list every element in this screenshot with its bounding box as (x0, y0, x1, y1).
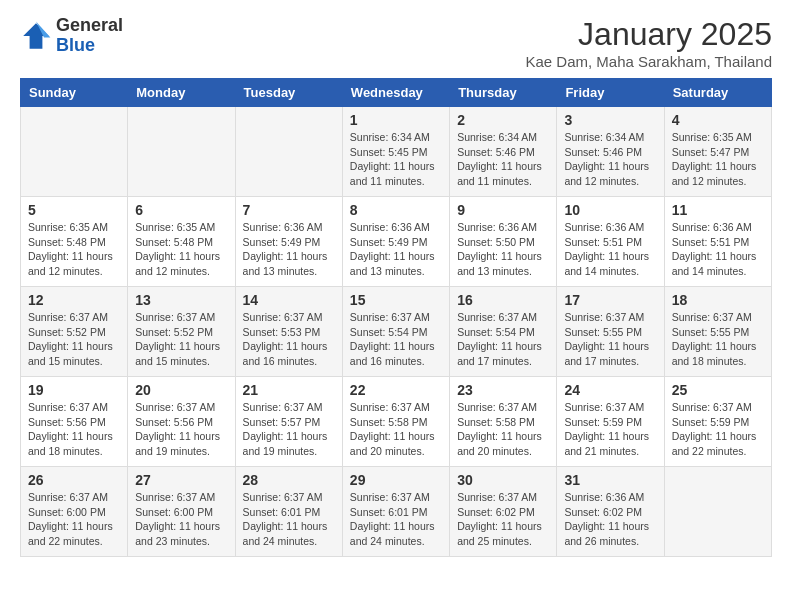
day-number: 21 (243, 382, 335, 398)
day-number: 25 (672, 382, 764, 398)
day-number: 14 (243, 292, 335, 308)
day-info: Sunrise: 6:37 AM Sunset: 5:59 PM Dayligh… (564, 400, 656, 459)
day-info: Sunrise: 6:37 AM Sunset: 6:00 PM Dayligh… (28, 490, 120, 549)
calendar-week-row: 19Sunrise: 6:37 AM Sunset: 5:56 PM Dayli… (21, 377, 772, 467)
calendar-day-cell: 23Sunrise: 6:37 AM Sunset: 5:58 PM Dayli… (450, 377, 557, 467)
day-number: 20 (135, 382, 227, 398)
page-header: General Blue January 2025 Kae Dam, Maha … (0, 0, 792, 78)
calendar-day-cell: 2Sunrise: 6:34 AM Sunset: 5:46 PM Daylig… (450, 107, 557, 197)
calendar-day-cell: 7Sunrise: 6:36 AM Sunset: 5:49 PM Daylig… (235, 197, 342, 287)
day-info: Sunrise: 6:36 AM Sunset: 5:49 PM Dayligh… (243, 220, 335, 279)
day-info: Sunrise: 6:37 AM Sunset: 6:01 PM Dayligh… (350, 490, 442, 549)
calendar-day-cell: 18Sunrise: 6:37 AM Sunset: 5:55 PM Dayli… (664, 287, 771, 377)
day-info: Sunrise: 6:36 AM Sunset: 5:50 PM Dayligh… (457, 220, 549, 279)
calendar-day-cell: 15Sunrise: 6:37 AM Sunset: 5:54 PM Dayli… (342, 287, 449, 377)
day-info: Sunrise: 6:37 AM Sunset: 5:52 PM Dayligh… (135, 310, 227, 369)
day-number: 23 (457, 382, 549, 398)
day-info: Sunrise: 6:34 AM Sunset: 5:46 PM Dayligh… (457, 130, 549, 189)
day-info: Sunrise: 6:37 AM Sunset: 5:58 PM Dayligh… (350, 400, 442, 459)
day-number: 9 (457, 202, 549, 218)
day-info: Sunrise: 6:37 AM Sunset: 5:56 PM Dayligh… (28, 400, 120, 459)
day-number: 28 (243, 472, 335, 488)
day-number: 3 (564, 112, 656, 128)
day-number: 26 (28, 472, 120, 488)
logo-blue-text: Blue (56, 36, 123, 56)
weekday-header-saturday: Saturday (664, 79, 771, 107)
day-number: 6 (135, 202, 227, 218)
calendar-day-cell: 21Sunrise: 6:37 AM Sunset: 5:57 PM Dayli… (235, 377, 342, 467)
calendar-day-cell: 26Sunrise: 6:37 AM Sunset: 6:00 PM Dayli… (21, 467, 128, 557)
calendar-day-cell: 16Sunrise: 6:37 AM Sunset: 5:54 PM Dayli… (450, 287, 557, 377)
day-number: 5 (28, 202, 120, 218)
weekday-header-row: SundayMondayTuesdayWednesdayThursdayFrid… (21, 79, 772, 107)
calendar-week-row: 12Sunrise: 6:37 AM Sunset: 5:52 PM Dayli… (21, 287, 772, 377)
calendar-day-cell (128, 107, 235, 197)
logo-icon (20, 20, 52, 52)
calendar-day-cell: 28Sunrise: 6:37 AM Sunset: 6:01 PM Dayli… (235, 467, 342, 557)
day-number: 4 (672, 112, 764, 128)
day-info: Sunrise: 6:34 AM Sunset: 5:46 PM Dayligh… (564, 130, 656, 189)
day-number: 18 (672, 292, 764, 308)
day-info: Sunrise: 6:37 AM Sunset: 5:54 PM Dayligh… (350, 310, 442, 369)
day-info: Sunrise: 6:37 AM Sunset: 5:54 PM Dayligh… (457, 310, 549, 369)
calendar-day-cell (21, 107, 128, 197)
calendar-table: SundayMondayTuesdayWednesdayThursdayFrid… (20, 78, 772, 557)
calendar-day-cell (664, 467, 771, 557)
day-info: Sunrise: 6:37 AM Sunset: 5:59 PM Dayligh… (672, 400, 764, 459)
calendar-wrapper: SundayMondayTuesdayWednesdayThursdayFrid… (0, 78, 792, 567)
calendar-day-cell: 9Sunrise: 6:36 AM Sunset: 5:50 PM Daylig… (450, 197, 557, 287)
day-info: Sunrise: 6:35 AM Sunset: 5:48 PM Dayligh… (135, 220, 227, 279)
calendar-day-cell: 24Sunrise: 6:37 AM Sunset: 5:59 PM Dayli… (557, 377, 664, 467)
calendar-day-cell: 6Sunrise: 6:35 AM Sunset: 5:48 PM Daylig… (128, 197, 235, 287)
day-info: Sunrise: 6:37 AM Sunset: 5:56 PM Dayligh… (135, 400, 227, 459)
weekday-header-monday: Monday (128, 79, 235, 107)
calendar-day-cell: 19Sunrise: 6:37 AM Sunset: 5:56 PM Dayli… (21, 377, 128, 467)
month-title: January 2025 (525, 16, 772, 53)
calendar-day-cell: 27Sunrise: 6:37 AM Sunset: 6:00 PM Dayli… (128, 467, 235, 557)
logo: General Blue (20, 16, 123, 56)
day-number: 16 (457, 292, 549, 308)
day-info: Sunrise: 6:37 AM Sunset: 6:02 PM Dayligh… (457, 490, 549, 549)
calendar-day-cell: 5Sunrise: 6:35 AM Sunset: 5:48 PM Daylig… (21, 197, 128, 287)
logo-text: General Blue (56, 16, 123, 56)
weekday-header-tuesday: Tuesday (235, 79, 342, 107)
day-info: Sunrise: 6:37 AM Sunset: 6:00 PM Dayligh… (135, 490, 227, 549)
calendar-day-cell: 29Sunrise: 6:37 AM Sunset: 6:01 PM Dayli… (342, 467, 449, 557)
day-number: 2 (457, 112, 549, 128)
day-number: 10 (564, 202, 656, 218)
day-number: 22 (350, 382, 442, 398)
day-number: 7 (243, 202, 335, 218)
day-info: Sunrise: 6:37 AM Sunset: 5:57 PM Dayligh… (243, 400, 335, 459)
day-info: Sunrise: 6:35 AM Sunset: 5:48 PM Dayligh… (28, 220, 120, 279)
calendar-week-row: 26Sunrise: 6:37 AM Sunset: 6:00 PM Dayli… (21, 467, 772, 557)
calendar-day-cell: 31Sunrise: 6:36 AM Sunset: 6:02 PM Dayli… (557, 467, 664, 557)
day-number: 24 (564, 382, 656, 398)
day-info: Sunrise: 6:34 AM Sunset: 5:45 PM Dayligh… (350, 130, 442, 189)
calendar-day-cell: 22Sunrise: 6:37 AM Sunset: 5:58 PM Dayli… (342, 377, 449, 467)
day-info: Sunrise: 6:36 AM Sunset: 5:51 PM Dayligh… (564, 220, 656, 279)
day-info: Sunrise: 6:37 AM Sunset: 6:01 PM Dayligh… (243, 490, 335, 549)
calendar-day-cell: 30Sunrise: 6:37 AM Sunset: 6:02 PM Dayli… (450, 467, 557, 557)
weekday-header-sunday: Sunday (21, 79, 128, 107)
calendar-day-cell: 11Sunrise: 6:36 AM Sunset: 5:51 PM Dayli… (664, 197, 771, 287)
day-number: 19 (28, 382, 120, 398)
day-number: 29 (350, 472, 442, 488)
day-number: 17 (564, 292, 656, 308)
weekday-header-thursday: Thursday (450, 79, 557, 107)
calendar-day-cell: 13Sunrise: 6:37 AM Sunset: 5:52 PM Dayli… (128, 287, 235, 377)
location-title: Kae Dam, Maha Sarakham, Thailand (525, 53, 772, 70)
day-info: Sunrise: 6:36 AM Sunset: 6:02 PM Dayligh… (564, 490, 656, 549)
weekday-header-wednesday: Wednesday (342, 79, 449, 107)
day-number: 8 (350, 202, 442, 218)
logo-general-text: General (56, 16, 123, 36)
day-info: Sunrise: 6:36 AM Sunset: 5:49 PM Dayligh… (350, 220, 442, 279)
day-info: Sunrise: 6:37 AM Sunset: 5:58 PM Dayligh… (457, 400, 549, 459)
day-info: Sunrise: 6:37 AM Sunset: 5:53 PM Dayligh… (243, 310, 335, 369)
day-info: Sunrise: 6:37 AM Sunset: 5:55 PM Dayligh… (564, 310, 656, 369)
day-number: 27 (135, 472, 227, 488)
day-info: Sunrise: 6:35 AM Sunset: 5:47 PM Dayligh… (672, 130, 764, 189)
calendar-week-row: 5Sunrise: 6:35 AM Sunset: 5:48 PM Daylig… (21, 197, 772, 287)
calendar-week-row: 1Sunrise: 6:34 AM Sunset: 5:45 PM Daylig… (21, 107, 772, 197)
calendar-day-cell: 20Sunrise: 6:37 AM Sunset: 5:56 PM Dayli… (128, 377, 235, 467)
calendar-day-cell: 14Sunrise: 6:37 AM Sunset: 5:53 PM Dayli… (235, 287, 342, 377)
